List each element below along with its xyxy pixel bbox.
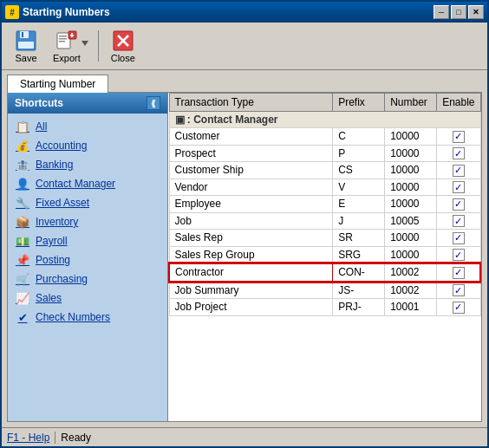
table-row: Customer C 10000 bbox=[169, 128, 480, 146]
tab-area: Starting Number bbox=[2, 70, 487, 92]
svg-rect-3 bbox=[18, 42, 34, 49]
row-prefix: J bbox=[333, 212, 385, 230]
fixed-asset-icon: 🔧 bbox=[15, 196, 30, 210]
shortcut-item-fixed-asset[interactable]: 🔧 Fixed Asset bbox=[8, 193, 167, 212]
svg-rect-1 bbox=[20, 31, 29, 38]
table-row: Customer Ship CS 10000 bbox=[169, 162, 480, 179]
export-dropdown-arrow[interactable] bbox=[82, 41, 88, 46]
enable-checkbox[interactable] bbox=[453, 302, 465, 314]
save-icon bbox=[14, 29, 38, 53]
shortcut-label-posting: Posting bbox=[36, 254, 70, 266]
row-number: 10000 bbox=[385, 246, 437, 263]
status-separator bbox=[55, 432, 55, 444]
shortcut-item-payroll[interactable]: 💵 Payroll bbox=[8, 231, 167, 250]
shortcut-item-contact-manager[interactable]: 👤 Contact Manager bbox=[8, 174, 167, 193]
row-prefix: C bbox=[333, 128, 385, 146]
row-enable[interactable] bbox=[437, 196, 480, 213]
row-number: 10000 bbox=[385, 128, 437, 146]
close-button[interactable]: Close bbox=[104, 26, 142, 66]
row-type: Employee bbox=[169, 196, 333, 213]
row-enable[interactable] bbox=[437, 212, 480, 230]
row-enable[interactable] bbox=[437, 263, 480, 282]
enable-checkbox[interactable] bbox=[453, 131, 465, 143]
enable-checkbox[interactable] bbox=[453, 198, 465, 211]
table-row: Job Project PRJ- 10001 bbox=[169, 299, 480, 316]
row-number: 10005 bbox=[385, 212, 437, 230]
shortcut-item-purchasing[interactable]: 🛒 Purchasing bbox=[8, 269, 167, 289]
section-label: ▣ : Contact Manager bbox=[169, 112, 480, 128]
row-enable[interactable] bbox=[437, 179, 480, 196]
row-prefix: JS- bbox=[333, 282, 385, 299]
row-prefix: E bbox=[333, 196, 385, 213]
row-enable[interactable] bbox=[437, 299, 480, 316]
enable-checkbox[interactable] bbox=[453, 249, 465, 261]
shortcut-item-accounting[interactable]: 💰 Accounting bbox=[8, 136, 167, 155]
svg-rect-7 bbox=[59, 41, 65, 42]
row-enable[interactable] bbox=[437, 282, 480, 299]
table-row: Vendor V 10000 bbox=[169, 179, 480, 196]
row-enable[interactable] bbox=[437, 162, 480, 179]
row-enable[interactable] bbox=[437, 246, 480, 263]
tab-starting-number[interactable]: Starting Number bbox=[7, 75, 108, 93]
shortcut-item-sales[interactable]: 📈 Sales bbox=[8, 289, 167, 308]
row-number: 10000 bbox=[385, 162, 437, 179]
shortcut-item-check-numbers[interactable]: ✔ Check Numbers bbox=[8, 308, 167, 327]
table-panel: Transaction Type Prefix Number Enable ▣ … bbox=[168, 93, 481, 421]
col-header-enable: Enable bbox=[437, 94, 480, 112]
shortcut-label-fixed-asset: Fixed Asset bbox=[36, 197, 89, 209]
help-link[interactable]: F1 - Help bbox=[7, 432, 49, 444]
window-close-button[interactable]: ✕ bbox=[468, 5, 484, 19]
shortcuts-panel: Shortcuts ⟪ 📋 All 💰 Accounting 🏦 Banking bbox=[8, 93, 168, 421]
purchasing-icon: 🛒 bbox=[15, 272, 30, 286]
enable-checkbox[interactable] bbox=[453, 267, 465, 279]
window-controls: ─ □ ✕ bbox=[434, 5, 484, 19]
toolbar-separator bbox=[98, 30, 99, 62]
shortcut-label-contact-manager: Contact Manager bbox=[36, 178, 115, 190]
minimize-button[interactable]: ─ bbox=[434, 5, 449, 19]
shortcut-item-posting[interactable]: 📌 Posting bbox=[8, 250, 167, 269]
enable-checkbox[interactable] bbox=[453, 181, 465, 193]
row-enable[interactable] bbox=[437, 230, 480, 247]
row-prefix: SR bbox=[333, 230, 385, 247]
row-enable[interactable] bbox=[437, 145, 480, 162]
banking-icon: 🏦 bbox=[15, 158, 30, 172]
sales-icon: 📈 bbox=[15, 291, 30, 305]
save-label: Save bbox=[15, 53, 36, 63]
shortcut-label-purchasing: Purchasing bbox=[36, 273, 88, 285]
shortcut-item-all[interactable]: 📋 All bbox=[8, 117, 167, 136]
row-number: 10000 bbox=[385, 196, 437, 213]
enable-checkbox[interactable] bbox=[453, 165, 465, 177]
row-type: Contractor bbox=[169, 263, 333, 282]
shortcut-label-sales: Sales bbox=[36, 292, 62, 304]
posting-icon: 📌 bbox=[15, 253, 30, 267]
maximize-button[interactable]: □ bbox=[451, 5, 466, 19]
enable-checkbox[interactable] bbox=[453, 232, 465, 244]
export-button[interactable]: Export bbox=[49, 26, 93, 66]
save-button[interactable]: Save bbox=[7, 26, 45, 66]
shortcuts-collapse-button[interactable]: ⟪ bbox=[147, 96, 160, 110]
row-enable[interactable] bbox=[437, 128, 480, 146]
shortcut-item-banking[interactable]: 🏦 Banking bbox=[8, 155, 167, 174]
section-expand-icon[interactable]: ▣ bbox=[175, 114, 185, 126]
row-type: Job bbox=[169, 212, 333, 230]
row-prefix: SRG bbox=[333, 246, 385, 263]
section-header-contact-manager: ▣ : Contact Manager bbox=[169, 112, 480, 128]
shortcut-item-inventory[interactable]: 📦 Inventory bbox=[8, 212, 167, 231]
close-icon bbox=[111, 29, 135, 53]
col-header-transaction-type: Transaction Type bbox=[169, 94, 333, 112]
enable-checkbox[interactable] bbox=[453, 147, 465, 159]
col-header-prefix: Prefix bbox=[333, 94, 385, 112]
table-row: Prospect P 10000 bbox=[169, 145, 480, 162]
content-area: Shortcuts ⟪ 📋 All 💰 Accounting 🏦 Banking bbox=[7, 92, 482, 422]
row-type: Sales Rep Group bbox=[169, 246, 333, 263]
table-row: Job Summary JS- 10002 bbox=[169, 282, 480, 299]
enable-checkbox[interactable] bbox=[453, 215, 465, 227]
enable-checkbox[interactable] bbox=[453, 284, 465, 296]
title-bar: # Starting Numbers ─ □ ✕ bbox=[2, 2, 487, 23]
row-prefix: PRJ- bbox=[333, 299, 385, 316]
export-label: Export bbox=[53, 53, 81, 63]
row-type: Vendor bbox=[169, 179, 333, 196]
shortcuts-list: 📋 All 💰 Accounting 🏦 Banking 👤 Contact M… bbox=[8, 114, 167, 330]
row-number: 10002 bbox=[385, 263, 437, 282]
shortcut-label-banking: Banking bbox=[36, 159, 73, 171]
